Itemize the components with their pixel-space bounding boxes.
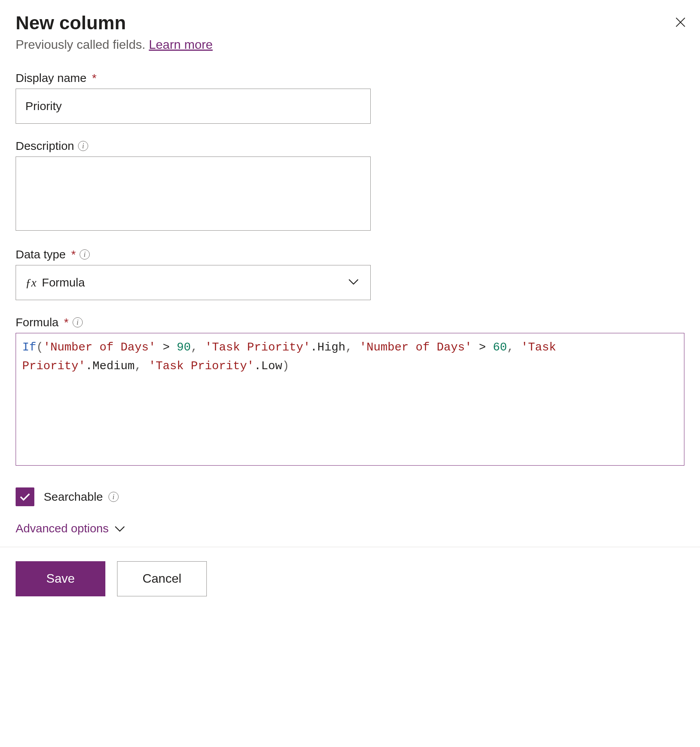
required-indicator: * xyxy=(92,71,97,85)
subtitle-text: Previously called fields. xyxy=(16,37,149,52)
panel-subtitle: Previously called fields. Learn more xyxy=(16,37,684,52)
info-icon[interactable]: i xyxy=(73,317,83,327)
advanced-options-label: Advanced options xyxy=(16,522,109,535)
fx-icon: ƒx xyxy=(25,276,36,289)
data-type-label-text: Data type xyxy=(16,248,66,261)
save-button[interactable]: Save xyxy=(16,561,105,596)
advanced-options-toggle[interactable]: Advanced options xyxy=(16,522,125,535)
searchable-row: Searchable i xyxy=(16,487,684,506)
data-type-select[interactable]: ƒx Formula xyxy=(16,265,371,300)
required-indicator: * xyxy=(71,248,76,261)
footer-divider xyxy=(0,547,700,547)
formula-label-text: Formula xyxy=(16,316,59,329)
description-label: Description i xyxy=(16,139,684,153)
panel-header: New column Previously called fields. Lea… xyxy=(16,12,684,52)
data-type-field: Data type * i ƒx Formula xyxy=(16,248,684,300)
data-type-value: Formula xyxy=(42,276,85,289)
panel-title: New column xyxy=(16,12,684,34)
description-field: Description i xyxy=(16,139,684,232)
learn-more-link[interactable]: Learn more xyxy=(149,37,213,52)
data-type-label: Data type * i xyxy=(16,248,684,261)
searchable-label: Searchable i xyxy=(44,490,119,503)
description-label-text: Description xyxy=(16,139,74,153)
searchable-label-text: Searchable xyxy=(44,490,103,503)
info-icon[interactable]: i xyxy=(108,492,119,502)
info-icon[interactable]: i xyxy=(78,141,88,151)
info-icon[interactable]: i xyxy=(80,249,90,260)
formula-input[interactable]: If('Number of Days' > 90, 'Task Priority… xyxy=(16,333,684,466)
formula-field: Formula * i If('Number of Days' > 90, 'T… xyxy=(16,316,684,466)
panel-footer: Save Cancel xyxy=(16,559,684,596)
chevron-down-icon xyxy=(114,522,125,535)
new-column-panel: New column Previously called fields. Lea… xyxy=(0,0,700,612)
required-indicator: * xyxy=(64,316,69,329)
description-input[interactable] xyxy=(16,157,371,231)
data-type-select-wrap: ƒx Formula xyxy=(16,265,371,300)
display-name-label: Display name * xyxy=(16,71,684,85)
cancel-button[interactable]: Cancel xyxy=(117,561,207,596)
searchable-checkbox[interactable] xyxy=(16,487,34,506)
display-name-field: Display name * xyxy=(16,71,684,124)
close-button[interactable] xyxy=(673,15,688,30)
close-icon xyxy=(675,16,686,29)
display-name-label-text: Display name xyxy=(16,71,87,85)
display-name-input[interactable] xyxy=(16,89,371,124)
formula-label: Formula * i xyxy=(16,316,684,329)
